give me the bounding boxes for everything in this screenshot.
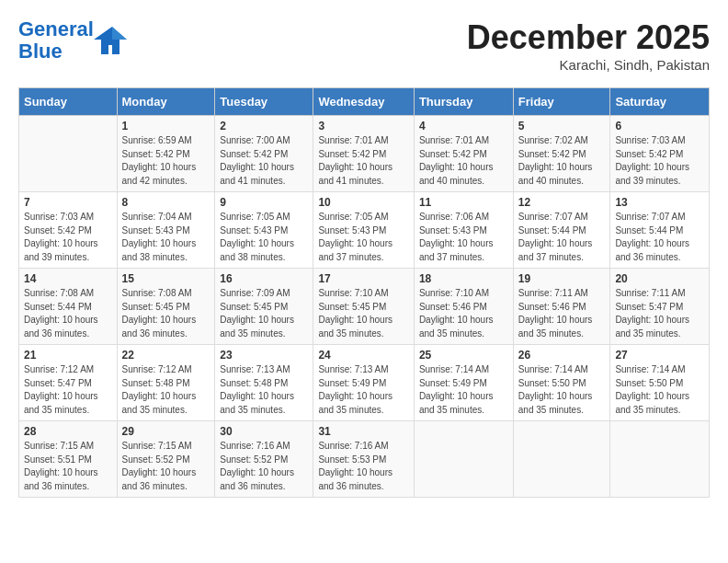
day-number: 3 <box>318 120 408 132</box>
calendar-cell: 9Sunrise: 7:05 AM Sunset: 5:43 PM Daylig… <box>215 192 313 269</box>
calendar-cell: 30Sunrise: 7:16 AM Sunset: 5:52 PM Dayli… <box>215 421 313 498</box>
page-header: GeneralBlue December 2025 Karachi, Sindh… <box>18 18 710 73</box>
day-number: 15 <box>122 272 210 285</box>
logo-text: GeneralBlue <box>18 18 94 63</box>
day-number: 24 <box>318 349 408 362</box>
col-header-tuesday: Tuesday <box>215 88 313 116</box>
calendar-cell <box>414 421 513 498</box>
col-header-saturday: Saturday <box>610 88 710 116</box>
calendar-cell: 15Sunrise: 7:08 AM Sunset: 5:45 PM Dayli… <box>117 269 215 345</box>
day-number: 30 <box>220 425 308 438</box>
day-number: 19 <box>518 272 606 285</box>
day-info: Sunrise: 7:10 AM Sunset: 5:46 PM Dayligh… <box>419 288 494 339</box>
day-info: Sunrise: 7:10 AM Sunset: 5:45 PM Dayligh… <box>318 288 392 339</box>
calendar-cell: 25Sunrise: 7:14 AM Sunset: 5:49 PM Dayli… <box>414 345 513 421</box>
location: Karachi, Sindh, Pakistan <box>467 57 710 73</box>
col-header-sunday: Sunday <box>19 88 118 116</box>
day-number: 20 <box>615 272 704 285</box>
calendar-cell: 11Sunrise: 7:06 AM Sunset: 5:43 PM Dayli… <box>414 192 513 269</box>
logo-icon <box>94 23 129 58</box>
calendar-cell: 18Sunrise: 7:10 AM Sunset: 5:46 PM Dayli… <box>414 269 513 345</box>
day-number: 18 <box>419 272 508 285</box>
day-info: Sunrise: 7:02 AM Sunset: 5:42 PM Dayligh… <box>518 135 593 186</box>
calendar-cell <box>610 421 710 498</box>
day-number: 5 <box>518 120 606 132</box>
day-number: 13 <box>615 196 704 209</box>
day-number: 2 <box>220 120 308 132</box>
calendar-cell: 1Sunrise: 6:59 AM Sunset: 5:42 PM Daylig… <box>117 116 215 192</box>
day-info: Sunrise: 7:01 AM Sunset: 5:42 PM Dayligh… <box>318 135 392 186</box>
calendar-cell: 13Sunrise: 7:07 AM Sunset: 5:44 PM Dayli… <box>610 192 710 269</box>
calendar-cell: 16Sunrise: 7:09 AM Sunset: 5:45 PM Dayli… <box>215 269 313 345</box>
calendar-cell <box>19 116 118 192</box>
calendar-cell: 2Sunrise: 7:00 AM Sunset: 5:42 PM Daylig… <box>215 116 313 192</box>
calendar-cell: 31Sunrise: 7:16 AM Sunset: 5:53 PM Dayli… <box>313 421 414 498</box>
day-number: 8 <box>122 196 210 209</box>
day-number: 9 <box>220 196 308 209</box>
day-info: Sunrise: 7:13 AM Sunset: 5:48 PM Dayligh… <box>220 364 294 415</box>
day-info: Sunrise: 7:05 AM Sunset: 5:43 PM Dayligh… <box>318 212 392 262</box>
day-number: 31 <box>318 425 408 438</box>
day-info: Sunrise: 7:07 AM Sunset: 5:44 PM Dayligh… <box>518 212 593 262</box>
day-number: 6 <box>615 120 704 132</box>
calendar-cell <box>513 421 610 498</box>
calendar-cell: 14Sunrise: 7:08 AM Sunset: 5:44 PM Dayli… <box>19 269 118 345</box>
calendar-cell: 22Sunrise: 7:12 AM Sunset: 5:48 PM Dayli… <box>117 345 215 421</box>
col-header-monday: Monday <box>117 88 215 116</box>
calendar-cell: 5Sunrise: 7:02 AM Sunset: 5:42 PM Daylig… <box>513 116 610 192</box>
day-number: 22 <box>122 349 210 362</box>
day-number: 12 <box>518 196 606 209</box>
calendar-cell: 24Sunrise: 7:13 AM Sunset: 5:49 PM Dayli… <box>313 345 414 421</box>
day-info: Sunrise: 7:09 AM Sunset: 5:45 PM Dayligh… <box>220 288 294 339</box>
title-block: December 2025 Karachi, Sindh, Pakistan <box>467 18 710 73</box>
day-number: 26 <box>518 349 606 362</box>
day-info: Sunrise: 7:00 AM Sunset: 5:42 PM Dayligh… <box>220 135 294 186</box>
day-info: Sunrise: 7:15 AM Sunset: 5:52 PM Dayligh… <box>122 441 197 491</box>
day-number: 27 <box>615 349 704 362</box>
day-info: Sunrise: 7:08 AM Sunset: 5:45 PM Dayligh… <box>122 288 197 339</box>
col-header-wednesday: Wednesday <box>313 88 414 116</box>
calendar-cell: 8Sunrise: 7:04 AM Sunset: 5:43 PM Daylig… <box>117 192 215 269</box>
calendar-cell: 6Sunrise: 7:03 AM Sunset: 5:42 PM Daylig… <box>610 116 710 192</box>
calendar-cell: 4Sunrise: 7:01 AM Sunset: 5:42 PM Daylig… <box>414 116 513 192</box>
day-info: Sunrise: 7:15 AM Sunset: 5:51 PM Dayligh… <box>24 441 98 491</box>
day-number: 14 <box>24 272 112 285</box>
col-header-thursday: Thursday <box>414 88 513 116</box>
day-info: Sunrise: 7:12 AM Sunset: 5:47 PM Dayligh… <box>24 364 98 415</box>
day-info: Sunrise: 7:11 AM Sunset: 5:46 PM Dayligh… <box>518 288 593 339</box>
day-number: 29 <box>122 425 210 438</box>
day-info: Sunrise: 7:13 AM Sunset: 5:49 PM Dayligh… <box>318 364 392 415</box>
day-number: 17 <box>318 272 408 285</box>
day-info: Sunrise: 7:16 AM Sunset: 5:53 PM Dayligh… <box>318 441 392 491</box>
day-number: 11 <box>419 196 508 209</box>
day-info: Sunrise: 7:14 AM Sunset: 5:50 PM Dayligh… <box>518 364 593 415</box>
calendar-cell: 17Sunrise: 7:10 AM Sunset: 5:45 PM Dayli… <box>313 269 414 345</box>
day-number: 25 <box>419 349 508 362</box>
day-number: 1 <box>122 120 210 132</box>
day-info: Sunrise: 7:05 AM Sunset: 5:43 PM Dayligh… <box>220 212 294 262</box>
day-info: Sunrise: 7:12 AM Sunset: 5:48 PM Dayligh… <box>122 364 197 415</box>
calendar-cell: 20Sunrise: 7:11 AM Sunset: 5:47 PM Dayli… <box>610 269 710 345</box>
day-number: 21 <box>24 349 112 362</box>
day-number: 16 <box>220 272 308 285</box>
day-info: Sunrise: 7:14 AM Sunset: 5:50 PM Dayligh… <box>615 364 689 415</box>
col-header-friday: Friday <box>513 88 610 116</box>
calendar-cell: 29Sunrise: 7:15 AM Sunset: 5:52 PM Dayli… <box>117 421 215 498</box>
svg-marker-1 <box>112 27 127 40</box>
calendar-cell: 19Sunrise: 7:11 AM Sunset: 5:46 PM Dayli… <box>513 269 610 345</box>
calendar-cell: 26Sunrise: 7:14 AM Sunset: 5:50 PM Dayli… <box>513 345 610 421</box>
day-number: 4 <box>419 120 508 132</box>
day-number: 28 <box>24 425 112 438</box>
day-info: Sunrise: 7:06 AM Sunset: 5:43 PM Dayligh… <box>419 212 494 262</box>
calendar-cell: 28Sunrise: 7:15 AM Sunset: 5:51 PM Dayli… <box>19 421 118 498</box>
day-info: Sunrise: 7:16 AM Sunset: 5:52 PM Dayligh… <box>220 441 294 491</box>
calendar-cell: 7Sunrise: 7:03 AM Sunset: 5:42 PM Daylig… <box>19 192 118 269</box>
calendar-cell: 12Sunrise: 7:07 AM Sunset: 5:44 PM Dayli… <box>513 192 610 269</box>
day-info: Sunrise: 6:59 AM Sunset: 5:42 PM Dayligh… <box>122 135 197 186</box>
day-info: Sunrise: 7:03 AM Sunset: 5:42 PM Dayligh… <box>615 135 689 186</box>
calendar-table: SundayMondayTuesdayWednesdayThursdayFrid… <box>18 87 710 498</box>
day-number: 10 <box>318 196 408 209</box>
calendar-cell: 21Sunrise: 7:12 AM Sunset: 5:47 PM Dayli… <box>19 345 118 421</box>
month-title: December 2025 <box>467 18 710 57</box>
logo: GeneralBlue <box>18 18 129 63</box>
